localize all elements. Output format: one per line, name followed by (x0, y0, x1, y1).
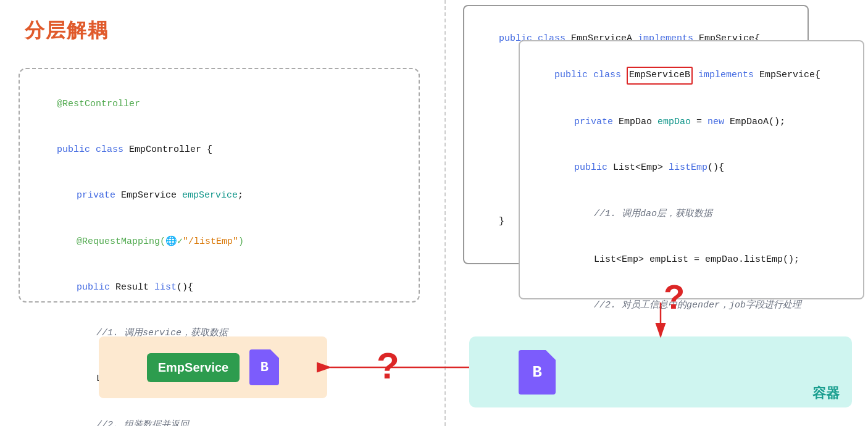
mapping-path: "/listEmp" (183, 236, 238, 247)
field-line: private EmpService empService; (35, 173, 404, 219)
annotation-text: @RestController (57, 99, 140, 109)
class-declaration: public class EmpController { (35, 127, 404, 173)
right-front-code-box: public class EmpServiceB implements EmpS… (519, 40, 864, 299)
file-badge-b-right: B (519, 350, 556, 395)
front-comment-1: //1. 调用dao层，获取数据 (532, 191, 851, 237)
kw-public: public (57, 144, 96, 155)
annotation-requestmapping: @RequestMapping( (77, 236, 165, 247)
bottom-right-container: B 容器 (469, 336, 852, 407)
page-title: 分层解耦 (25, 17, 109, 44)
comment-2: //2. 组装数据并返回 (35, 403, 404, 426)
empservice-badge: EmpService (147, 353, 240, 382)
container-label: 容器 (812, 384, 840, 403)
field-empservice: empService (182, 190, 238, 201)
question-mark-bottom: ? (377, 345, 399, 387)
front-field: private EmpDao empDao = new EmpDaoA(); (532, 99, 851, 145)
type-empservice: EmpService (121, 190, 182, 201)
vertical-divider (444, 0, 446, 426)
annotation-line: @RestController (35, 81, 404, 127)
kw-class: class (96, 144, 129, 155)
highlighted-classname: EmpServiceB (627, 67, 693, 85)
kw-private: private (77, 190, 121, 201)
front-class-header: public class EmpServiceB implements EmpS… (532, 51, 851, 99)
class-name: EmpController { (129, 144, 212, 155)
front-list-stmt: List<Emp> empList = empDao.listEmp(); (532, 237, 851, 283)
icon-globe: 🌐 (165, 236, 177, 247)
method-declaration: public Result list(){ (35, 265, 404, 311)
front-stream-close: }); (532, 420, 851, 426)
front-comment-2: //2. 对员工信息中的gender，job字段进行处理 (532, 283, 851, 328)
file-badge-b-left: B (249, 349, 279, 385)
question-mark-right: ? (664, 277, 685, 317)
left-code-box: @RestController public class EmpControll… (19, 68, 420, 303)
back-close-outer: } (477, 199, 504, 244)
front-method-decl: public List<Emp> listEmp(){ (532, 146, 851, 191)
mapping-annotation: @RequestMapping(🌐✓"/listEmp") (35, 219, 404, 265)
bottom-left-component: EmpService B (99, 336, 327, 398)
